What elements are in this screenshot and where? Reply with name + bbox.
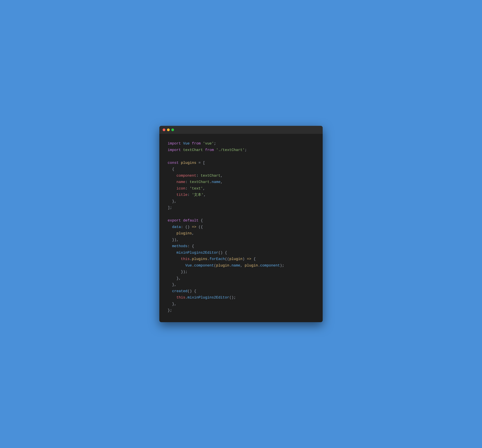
code-line-13: export default { — [168, 217, 314, 224]
code-line-8: icon: 'text', — [168, 185, 314, 192]
code-line-6: component: textChart, — [168, 173, 314, 179]
code-line-20: Vue.component(plugin.name, plugin.compon… — [168, 263, 314, 269]
titlebar — [159, 126, 323, 134]
code-line-15: plugins, — [168, 230, 314, 237]
code-line-10: }, — [168, 198, 314, 205]
code-line-21: }); — [168, 269, 314, 275]
code-line-14: data: () => ({ — [168, 224, 314, 231]
code-line-4: const plugins = [ — [168, 160, 314, 166]
code-line-7: name: textChart.name, — [168, 179, 314, 185]
minimize-button[interactable] — [167, 128, 170, 131]
code-line-12 — [168, 211, 314, 218]
code-line-17: methods: { — [168, 243, 314, 250]
code-line-18: mixinPlugins2Editor() { — [168, 250, 314, 256]
code-line-26: }, — [168, 301, 314, 307]
code-line-19: this.plugins.forEach((plugin) => { — [168, 256, 314, 263]
code-line-22: }, — [168, 275, 314, 282]
code-line-16: }), — [168, 237, 314, 243]
code-line-5: { — [168, 166, 314, 173]
code-line-25: this.mixinPlugins2Editor(); — [168, 295, 314, 301]
code-line-1: import Vue from 'vue'; — [168, 141, 314, 147]
code-line-24: created() { — [168, 288, 314, 295]
code-line-27: }; — [168, 307, 314, 314]
maximize-button[interactable] — [171, 128, 174, 131]
close-button[interactable] — [163, 128, 165, 131]
code-line-9: title: '文本', — [168, 192, 314, 198]
code-line-2: import textChart from './textChart'; — [168, 147, 314, 153]
code-editor: import Vue from 'vue'; import textChart … — [159, 134, 323, 322]
code-window: import Vue from 'vue'; import textChart … — [159, 126, 323, 322]
code-line-23: }, — [168, 282, 314, 288]
code-line-11: ]; — [168, 205, 314, 211]
code-line-3 — [168, 153, 314, 160]
